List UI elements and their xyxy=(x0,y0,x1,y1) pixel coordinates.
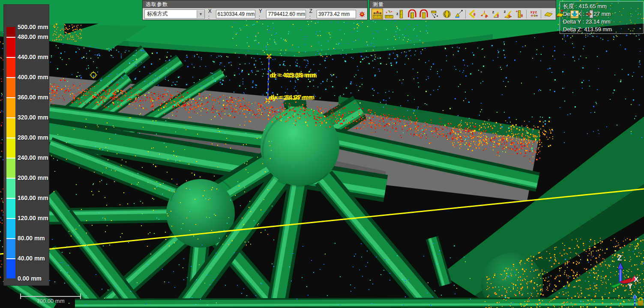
legend-label: 280.00 mm xyxy=(18,134,48,141)
selection-parameters-toolbar: 选取参数 标准方式 ▼ X : 6130334.49 mm Y : 779441… xyxy=(142,0,368,20)
svg-text:z: z xyxy=(396,11,398,15)
axis-y-label: Y xyxy=(628,282,633,290)
show-xyz-coordinates-icon[interactable]: xyz xyxy=(528,9,539,19)
selection-mode-value: 标准方式 xyxy=(145,10,197,18)
svg-text:xyz: xyz xyxy=(530,10,537,14)
legend-segment xyxy=(6,258,15,278)
view-axis-pin-icon[interactable] xyxy=(633,294,637,306)
axis-x-label: X xyxy=(634,275,639,284)
legend-label: 360.00 mm xyxy=(18,94,48,101)
legend-segment xyxy=(6,37,15,57)
svg-text:θ: θ xyxy=(497,14,499,18)
measure-point-distance-icon[interactable] xyxy=(383,9,395,19)
legend-segment xyxy=(6,198,15,218)
legend-label: 200.00 mm xyxy=(18,174,48,181)
toolbar-separator xyxy=(465,10,466,18)
axis-z-label: Z xyxy=(617,254,622,262)
measure-sphere-icon[interactable] xyxy=(441,9,452,19)
lock-icon[interactable] xyxy=(638,298,643,305)
measure-z-angle-icon[interactable]: zθ xyxy=(490,9,502,19)
legend-segment xyxy=(6,97,15,117)
legend-colorbar xyxy=(6,27,15,278)
measure-arc-radius-icon[interactable] xyxy=(406,9,418,19)
legend-segment xyxy=(6,27,15,37)
svg-text:θ: θ xyxy=(485,15,487,19)
legend-label: 120.00 mm xyxy=(18,215,48,221)
measure-cone-point-icon[interactable] xyxy=(452,9,464,19)
x-coordinate-field[interactable]: 6130334.49 mm xyxy=(216,10,255,18)
svg-text:θ: θ xyxy=(508,15,510,18)
legend-segment xyxy=(6,138,15,158)
measure-distance-icon[interactable] xyxy=(371,9,383,19)
deviation-color-legend: 500.00 mm480.00 mm440.00 mm400.00 mm360.… xyxy=(3,4,49,286)
pick-point-icon[interactable] xyxy=(359,10,365,18)
selection-mode-dropdown[interactable]: 标准方式 ▼ xyxy=(144,9,205,19)
svg-text:θ: θ xyxy=(473,12,475,16)
measurement-toolbar-title: 测量 xyxy=(370,0,556,8)
fit-plane-icon[interactable] xyxy=(542,9,554,19)
x-coordinate-label: X : xyxy=(208,8,214,20)
legend-segment xyxy=(6,158,15,178)
legend-label: 40.00 mm xyxy=(18,255,45,262)
legend-segment xyxy=(6,238,15,258)
legend-label: 320.00 mm xyxy=(18,114,48,121)
delta-y-value: 23.14 mm xyxy=(586,18,611,25)
scale-bar-label: 700.00 mm xyxy=(20,298,81,304)
legend-segment xyxy=(6,218,15,238)
measurement-toolbar: 测量 zθθzθzθθxyz xyxy=(369,0,556,20)
measurement-annotation-dz: dz = 413.59 mm xyxy=(270,72,317,79)
z-coordinate-label: Z : xyxy=(309,8,315,20)
toolbar-separator xyxy=(581,10,582,18)
z-coordinate-field[interactable]: 39773.42 mm xyxy=(317,10,356,18)
svg-text:z: z xyxy=(503,9,506,14)
measurement-annotation-dy: dy = 23.14 mm xyxy=(269,94,313,101)
toolbar-separator xyxy=(541,10,541,18)
measure-vector-angle-icon[interactable]: θ xyxy=(479,9,490,19)
fit-plane-add-icon[interactable] xyxy=(554,9,566,19)
toolbar-separator xyxy=(526,10,527,18)
legend-label: 240.00 mm xyxy=(18,154,48,161)
application-window: 500.00 mm480.00 mm440.00 mm400.00 mm360.… xyxy=(0,0,644,308)
legend-label: 160.00 mm xyxy=(18,194,48,201)
legend-label: 500.00 mm xyxy=(18,24,48,30)
y-coordinate-field[interactable]: 7794412.60 mm xyxy=(266,10,306,18)
export-measurements-icon[interactable] xyxy=(569,9,580,19)
toolbar-separator xyxy=(567,10,567,18)
delta-z-value: 413.59 mm xyxy=(584,26,612,33)
legend-label: 80.00 mm xyxy=(18,235,45,242)
delta-y-label: Delta Y xyxy=(563,18,581,25)
delta-z-label: Delta Z xyxy=(563,26,581,33)
svg-text:θ: θ xyxy=(521,14,523,18)
legend-label: 0.00 mm xyxy=(18,275,42,282)
measure-height-angle-icon[interactable]: θ xyxy=(513,9,525,19)
legend-label: 440.00 mm xyxy=(18,54,48,60)
viewport-3d[interactable] xyxy=(0,0,644,308)
chevron-down-icon[interactable]: ▼ xyxy=(197,10,204,18)
measure-plane-angle-icon[interactable]: zθ xyxy=(502,9,513,19)
measure-point-plane-icon[interactable] xyxy=(429,9,441,19)
measure-angle-icon[interactable]: θ xyxy=(467,9,479,19)
legend-segment xyxy=(6,77,15,97)
legend-segment xyxy=(6,117,15,138)
y-coordinate-label: Y : xyxy=(259,8,265,20)
svg-text:z: z xyxy=(492,10,494,14)
selection-toolbar-title: 选取参数 xyxy=(143,0,367,8)
exit-measurement-icon[interactable] xyxy=(583,9,595,19)
legend-label: 400.00 mm xyxy=(18,74,48,81)
legend-label: 480.00 mm xyxy=(18,33,48,40)
scene-geometry xyxy=(0,0,644,308)
measure-arc-diameter-icon[interactable] xyxy=(418,9,429,19)
legend-segment xyxy=(6,178,15,198)
measure-z-height-icon[interactable]: z xyxy=(395,9,406,19)
legend-segment xyxy=(6,57,15,77)
